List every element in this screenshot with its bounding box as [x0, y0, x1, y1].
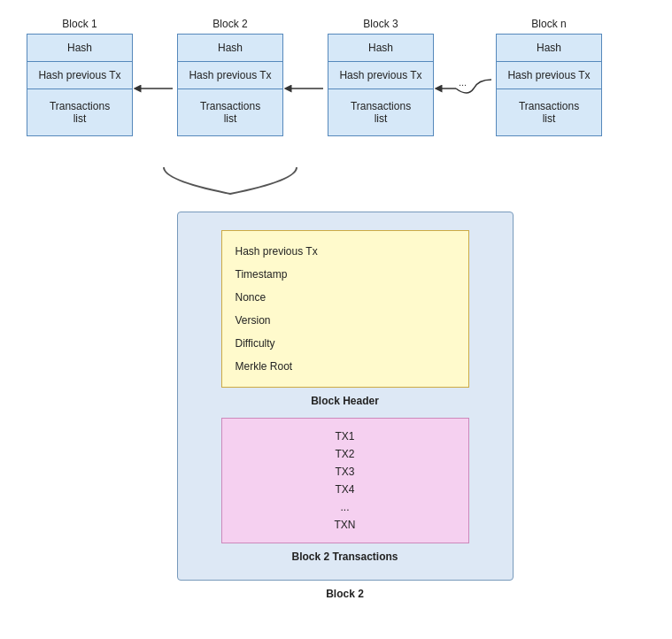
block-2-txlist: Transactionslist	[178, 89, 282, 135]
block-n-label: Block n	[531, 18, 566, 30]
header-field-difficulty: Difficulty	[236, 332, 455, 355]
header-field-version: Version	[236, 309, 455, 332]
block-2-label: Block 2	[212, 18, 247, 30]
block-n-box: Hash Hash previous Tx Transactionslist	[496, 34, 602, 136]
header-field-merkle: Merkle Root	[236, 355, 455, 378]
block-header-label: Block Header	[196, 395, 495, 407]
brace-svg	[146, 163, 314, 203]
blockchain-row: Block 1 Hash Hash previous Tx Transactio…	[18, 18, 654, 136]
header-field-hashprev: Hash previous Tx	[236, 240, 455, 263]
block-2-box: Hash Hash previous Tx Transactionslist	[177, 34, 283, 136]
tx-row-ellipsis: ...	[236, 498, 455, 516]
block-3-item: Block 3 Hash Hash previous Tx Transactio…	[328, 18, 434, 136]
block2-detail-section: Hash previous Tx Timestamp Nonce Version…	[18, 207, 654, 581]
header-field-timestamp: Timestamp	[236, 263, 455, 286]
block-tx-label: Block 2 Transactions	[196, 550, 495, 563]
tx-row-1: TX1	[236, 427, 455, 445]
block-n-hash: Hash	[497, 35, 601, 62]
block-3-txlist: Transactionslist	[328, 89, 433, 135]
block-1-hashprev: Hash previous Tx	[27, 62, 132, 89]
block-1-txlist: Transactionslist	[27, 89, 132, 135]
tx-row-4: TX4	[236, 481, 455, 498]
block-3-hash: Hash	[328, 35, 433, 62]
block-2-hashprev: Hash previous Tx	[178, 62, 282, 89]
header-field-nonce: Nonce	[236, 286, 455, 309]
block-1-box: Hash Hash previous Tx Transactionslist	[27, 34, 133, 136]
block-n-hashprev: Hash previous Tx	[497, 62, 601, 89]
block-1-label: Block 1	[62, 18, 97, 30]
block-tx-box: TX1 TX2 TX3 TX4 ... TXN	[221, 418, 469, 543]
tx-row-2: TX2	[236, 445, 455, 463]
block-n-item: Block n Hash Hash previous Tx Transactio…	[496, 18, 602, 136]
block2-detail-outer: Hash previous Tx Timestamp Nonce Version…	[177, 212, 514, 581]
block-1-hash: Hash	[27, 35, 132, 62]
arrow-2-3	[283, 55, 328, 100]
block-header-box: Hash previous Tx Timestamp Nonce Version…	[221, 230, 469, 388]
brace-section	[18, 163, 654, 203]
tx-row-3: TX3	[236, 463, 455, 481]
arrow-1-2	[133, 55, 177, 100]
arrow-3-n-container: ...	[434, 50, 496, 104]
svg-text:...: ...	[459, 77, 467, 88]
tx-row-n: TXN	[236, 516, 455, 534]
block-3-label: Block 3	[363, 18, 398, 30]
block-n-txlist: Transactionslist	[497, 89, 601, 135]
block2-outer-label: Block 2	[18, 588, 654, 600]
block-3-hashprev: Hash previous Tx	[328, 62, 433, 89]
block-3-box: Hash Hash previous Tx Transactionslist	[328, 34, 434, 136]
block-2-hash: Hash	[178, 35, 282, 62]
block-2-item: Block 2 Hash Hash previous Tx Transactio…	[177, 18, 283, 136]
block-1-item: Block 1 Hash Hash previous Tx Transactio…	[27, 18, 133, 136]
